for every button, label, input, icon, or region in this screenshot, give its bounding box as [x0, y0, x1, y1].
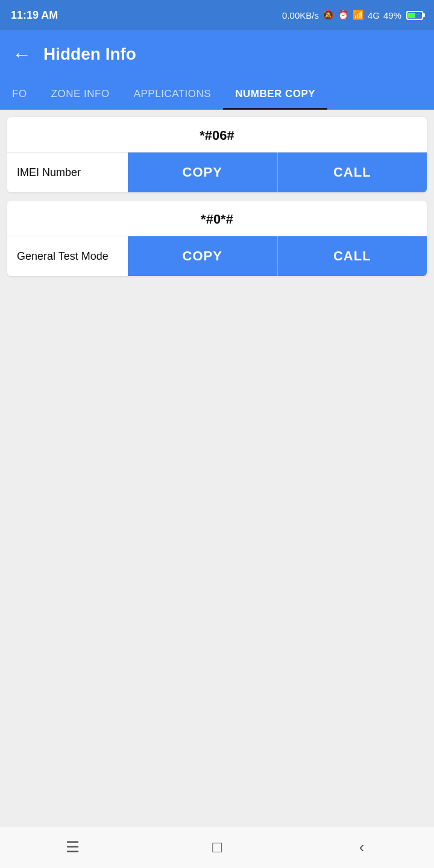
app-bar: ← Hidden Info [0, 30, 434, 78]
alarm-icon: ⏰ [338, 10, 349, 20]
nav-back-icon[interactable]: ‹ [344, 829, 380, 866]
imei-copy-button[interactable]: COPY [128, 153, 278, 192]
back-button[interactable]: ← [12, 45, 31, 64]
mute-icon: 🔕 [322, 10, 334, 20]
status-bar: 11:19 AM 0.00KB/s 🔕 ⏰ 📶 4G 49% [0, 0, 434, 30]
tab-zone-info[interactable]: ZONE INFO [39, 78, 122, 110]
status-right-icons: 0.00KB/s 🔕 ⏰ 📶 4G 49% [282, 10, 423, 20]
tab-fo[interactable]: FO [0, 78, 39, 110]
nav-menu-icon[interactable]: ☰ [54, 829, 90, 866]
general-test-copy-button[interactable]: COPY [128, 236, 278, 276]
imei-code: *#06# [7, 117, 427, 152]
imei-card: *#06# IMEI Number COPY CALL [7, 117, 427, 192]
signal-icon: 📶 [353, 10, 364, 20]
network-type: 4G [368, 10, 380, 20]
tab-number-copy[interactable]: NUMBER COPY [223, 78, 327, 110]
general-test-label: General Test Mode [7, 236, 128, 276]
tab-bar: FO ZONE INFO APPLICATIONS NUMBER COPY [0, 78, 434, 110]
battery-icon [406, 11, 423, 20]
battery-percent: 49% [383, 10, 401, 20]
imei-actions: COPY CALL [128, 153, 427, 192]
data-speed: 0.00KB/s [282, 10, 319, 20]
nav-home-icon[interactable]: □ [199, 829, 235, 866]
imei-call-button[interactable]: CALL [278, 153, 427, 192]
general-test-card: *#0*# General Test Mode COPY CALL [7, 201, 427, 276]
app-title: Hidden Info [43, 45, 136, 64]
general-test-code: *#0*# [7, 201, 427, 236]
content-area: *#06# IMEI Number COPY CALL *#0*# Genera… [0, 110, 434, 826]
tab-applications[interactable]: APPLICATIONS [122, 78, 224, 110]
general-test-call-button[interactable]: CALL [278, 236, 427, 276]
imei-label: IMEI Number [7, 153, 128, 192]
general-test-card-row: General Test Mode COPY CALL [7, 236, 427, 276]
imei-card-row: IMEI Number COPY CALL [7, 152, 427, 192]
general-test-actions: COPY CALL [128, 236, 427, 276]
nav-bar: ☰ □ ‹ [0, 826, 434, 868]
battery-fill [408, 13, 415, 18]
status-time: 11:19 AM [11, 9, 58, 22]
